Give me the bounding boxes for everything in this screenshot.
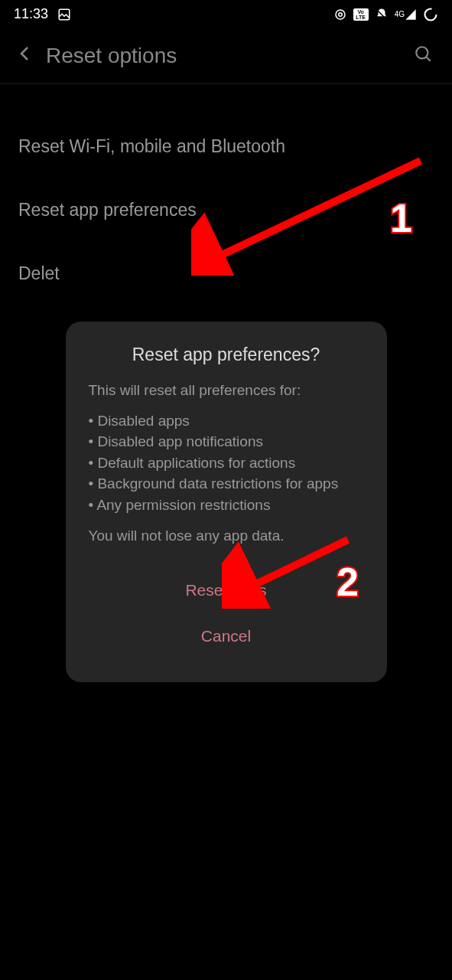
reset-dialog: Reset app preferences? This will reset a…	[66, 322, 387, 682]
dialog-bullet-list: • Disabled apps • Disabled app notificat…	[89, 410, 364, 516]
annotation-number-2: 2	[337, 559, 359, 605]
dialog-bullet: • Any permission restrictions	[89, 495, 364, 516]
annotation-number-1: 1	[390, 195, 412, 241]
dialog-intro: This will reset all preferences for:	[89, 381, 364, 401]
cancel-button[interactable]: Cancel	[89, 613, 364, 659]
dialog-bullet: • Default applications for actions	[89, 452, 364, 474]
dialog-bullet: • Background data restrictions for apps	[89, 473, 364, 495]
dialog-footer-text: You will not lose any app data.	[89, 528, 364, 544]
dialog-bullet: • Disabled apps	[89, 410, 364, 432]
dialog-title: Reset app preferences?	[89, 345, 364, 365]
reset-apps-button[interactable]: Reset apps	[89, 567, 364, 613]
dialog-overlay: Reset app preferences? This will reset a…	[0, 0, 452, 980]
dialog-bullet: • Disabled app notifications	[89, 431, 364, 452]
